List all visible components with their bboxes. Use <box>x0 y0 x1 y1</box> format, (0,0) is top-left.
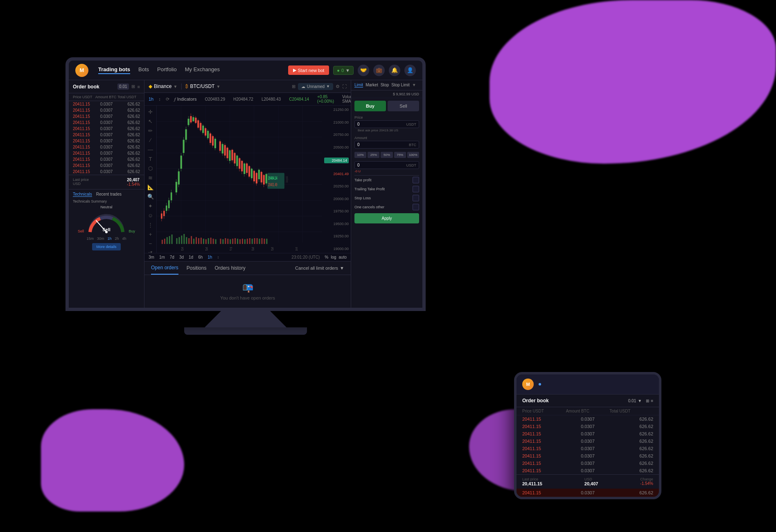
tab-orders-history[interactable]: Orders history <box>214 262 245 274</box>
pair-selector[interactable]: ₿ BTC/USDT ▼ <box>185 83 220 89</box>
fib-icon[interactable]: ≋ <box>146 175 155 181</box>
nav-portfolio[interactable]: Portfolio <box>157 66 177 74</box>
orders-empty-state: 📭 You don't have open orders <box>144 275 351 308</box>
nav-bots[interactable]: Bots <box>138 66 149 74</box>
nav-trading-bots[interactable]: Trading bots <box>98 66 130 74</box>
scale-auto[interactable]: auto <box>339 255 347 259</box>
mobile-ob-select[interactable]: 0.01 ▼ ⊞ ≡ <box>628 399 653 403</box>
amount-input-row[interactable]: BTC <box>354 141 419 149</box>
scale-pct[interactable]: % <box>325 255 328 259</box>
scale-log[interactable]: log <box>331 255 336 259</box>
reset-zoom-icon[interactable]: ↺ <box>146 250 155 253</box>
custom-tf-icon[interactable]: ↕ <box>217 255 219 259</box>
replay-icon[interactable]: ⟳ <box>166 97 169 102</box>
magnet-icon[interactable]: ✦ <box>146 203 155 209</box>
grid-icon[interactable]: ⊞ <box>292 84 296 89</box>
pct-75[interactable]: 75% <box>394 152 406 158</box>
tab-recent-trades[interactable]: Recent trades <box>96 192 122 197</box>
btn-7d[interactable]: 7d <box>170 255 174 259</box>
tab-positions[interactable]: Positions <box>187 262 207 274</box>
mobile-last-row-price: 20411.15 <box>522 490 566 495</box>
logo[interactable]: M <box>75 64 88 77</box>
more-details-button[interactable]: More details <box>92 243 120 250</box>
measure-icon[interactable]: ⬡ <box>146 165 155 171</box>
ruler-icon[interactable]: 📐 <box>146 184 155 190</box>
ot-stop-limit[interactable]: Stop Limit <box>391 83 409 88</box>
fullscreen-icon[interactable]: ⛶ <box>342 84 347 89</box>
cancel-all-button[interactable]: Cancel all limit orders ▼ <box>295 266 344 271</box>
order-book-row: 20411.15 0.0307 626.62 <box>69 113 144 119</box>
bell-icon[interactable]: 🔔 <box>389 65 400 76</box>
price-input[interactable] <box>357 122 406 126</box>
take-profit-checkbox[interactable] <box>413 177 419 183</box>
ob-icon-1[interactable]: ⊞ <box>131 84 135 89</box>
mobile-ob-row-amount: 0.0307 <box>566 417 610 422</box>
btn-3d[interactable]: 3d <box>179 255 184 259</box>
emoji-icon[interactable]: ☺ <box>146 212 155 219</box>
mobile-ob-row-price: 20411.15 <box>522 446 566 451</box>
ob-icon-2[interactable]: ≡ <box>138 84 140 89</box>
tf-1h[interactable]: 1h <box>149 97 153 101</box>
buy-sell-buttons: Buy Sell <box>351 98 422 114</box>
ot-market[interactable]: Market <box>365 83 378 88</box>
order-type-more[interactable]: ▼ <box>412 83 416 88</box>
stop-loss-checkbox[interactable] <box>413 195 419 201</box>
indicators-button[interactable]: 𝑓 Indicators <box>174 97 197 102</box>
pct-25[interactable]: 25% <box>368 152 379 158</box>
btn-6h[interactable]: 6h <box>198 255 203 259</box>
trailing-take-profit-checkbox[interactable] <box>413 186 419 192</box>
horizontal-icon[interactable]: — <box>146 147 155 153</box>
btn-1d[interactable]: 1d <box>189 255 193 259</box>
time-1h[interactable]: 1h <box>107 237 111 241</box>
unnamed-button[interactable]: ☁ Unnamed ▼ <box>298 83 333 90</box>
time-15m[interactable]: 15m <box>86 237 94 241</box>
settings-icon[interactable]: ⚙ <box>336 84 340 89</box>
arrow-icon[interactable]: ↖ <box>146 118 155 124</box>
tab-technicals[interactable]: Technicals <box>73 192 92 197</box>
pct-50[interactable]: 50% <box>381 152 393 158</box>
more-icon[interactable]: ⋮ <box>146 222 155 228</box>
nav-my-exchanges[interactable]: My Exchanges <box>185 66 220 74</box>
tab-open-orders[interactable]: Open orders <box>151 261 178 275</box>
btc-icon: ₿ <box>185 83 188 89</box>
user-icon[interactable]: 👤 <box>404 65 416 76</box>
svg-rect-94 <box>258 170 260 179</box>
btn-1m[interactable]: 1m <box>159 255 165 259</box>
zoom-out-icon[interactable]: − <box>146 241 155 247</box>
time-30m[interactable]: 30m <box>97 237 104 241</box>
handshake-icon[interactable]: 🤝 <box>358 65 369 76</box>
pencil-icon[interactable]: ✏ <box>146 128 155 134</box>
wallet-icon[interactable]: 💼 <box>373 65 385 76</box>
price-19750: 19750.00 <box>324 209 349 213</box>
mobile-ob-row-total: 626.62 <box>609 446 653 451</box>
pct-100[interactable]: 100% <box>407 152 419 158</box>
total-input-row[interactable]: USDT <box>354 161 419 169</box>
decimal-selector[interactable]: 0.01 <box>117 83 129 90</box>
pct-10[interactable]: 10% <box>354 152 366 158</box>
time-4h[interactable]: 4h <box>122 237 126 241</box>
trendline-icon[interactable]: ∕ <box>146 137 155 143</box>
crosshair-icon[interactable]: ✛ <box>146 109 155 115</box>
time-2h[interactable]: 2h <box>115 237 119 241</box>
btn-3m[interactable]: 3m <box>149 255 154 259</box>
total-input[interactable] <box>357 163 406 167</box>
apply-button[interactable]: Apply <box>354 213 419 223</box>
zoom-icon[interactable]: 🔍 <box>146 194 155 200</box>
price-field: Price USDT Best ask price 20419.38 US <box>351 114 422 134</box>
exchange-selector[interactable]: ◆ Binance ▼ <box>149 83 177 89</box>
sell-button[interactable]: Sell <box>388 101 419 111</box>
ot-stop[interactable]: Stop <box>381 83 389 88</box>
text-icon[interactable]: T <box>146 156 155 162</box>
ot-limit[interactable]: Limit <box>354 83 363 88</box>
one-cancels-other-checkbox[interactable] <box>413 204 419 210</box>
mobile-ob-icon2[interactable]: ≡ <box>651 399 653 403</box>
price-input-row[interactable]: USDT <box>354 120 419 128</box>
mobile-ob-icon1[interactable]: ⊞ <box>646 399 649 403</box>
amount-input[interactable] <box>357 142 409 147</box>
compare-icon[interactable]: ↕ <box>158 97 161 101</box>
buy-button[interactable]: Buy <box>354 101 386 111</box>
zoom-in-icon[interactable]: + <box>146 231 155 237</box>
start-new-bot-button[interactable]: ▶ Start new bot <box>288 65 329 75</box>
btn-1h[interactable]: 1h <box>208 255 212 259</box>
best-ask-text: Best ask price 20419.38 US <box>354 128 419 133</box>
